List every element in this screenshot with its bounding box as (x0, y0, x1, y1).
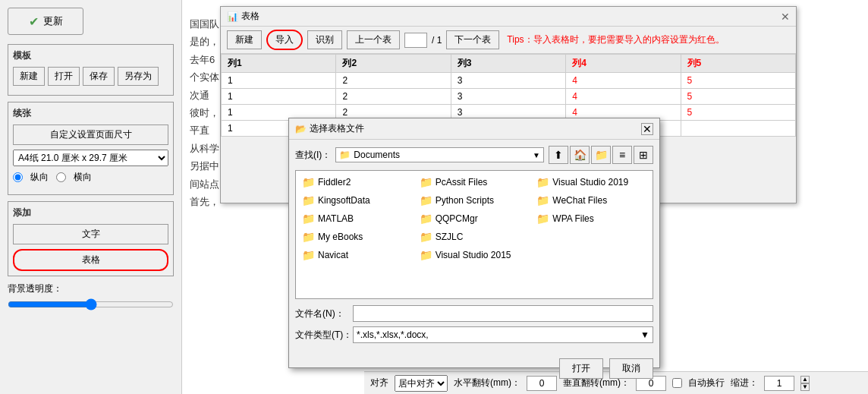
folder-name: Fiddler2 (318, 177, 351, 188)
table-title-text: 表格 (241, 10, 259, 23)
dialog-titlebar: 📂 选择表格文件 ✕ (289, 118, 659, 140)
folder-icon: 📁 (302, 176, 315, 188)
folder-icon: 📁 (536, 194, 549, 206)
col1-header: 列1 (222, 55, 336, 73)
list-item[interactable]: 📁 My eBooks (299, 229, 415, 245)
list-item[interactable]: 📁 MATLAB (299, 210, 415, 227)
nav-up-button[interactable]: ⬆ (549, 146, 568, 164)
filetype-combo[interactable]: *.xls,*.xlsx,*.docx, ▼ (353, 326, 653, 343)
combo-arrow-icon[interactable]: ▼ (533, 151, 540, 159)
autowrap-checkbox[interactable] (672, 378, 682, 388)
table-close-button[interactable]: ✕ (781, 11, 790, 23)
search-label: 查找(I)： (295, 149, 331, 162)
folder-icon: 📁 (302, 213, 315, 225)
table-new-button[interactable]: 新建 (227, 30, 262, 49)
update-label: 更新 (43, 14, 63, 28)
opacity-label: 背景透明度： (8, 282, 174, 295)
nav-list-button[interactable]: ≡ (612, 146, 632, 164)
folder-icon: 📁 (536, 176, 549, 188)
list-item[interactable] (533, 229, 649, 245)
dialog-cancel-button[interactable]: 取消 (609, 358, 653, 379)
table-next-button[interactable]: 下一个表 (446, 30, 499, 49)
list-item[interactable]: 📁 PcAssit Files (417, 174, 533, 191)
list-item[interactable]: 📁 Visual Studio 2015 (417, 247, 533, 263)
template-new-button[interactable]: 新建 (13, 67, 45, 86)
list-item[interactable]: 📁 Fiddler2 (299, 174, 415, 191)
text-line-4: 个实体 (190, 68, 219, 86)
list-item[interactable]: 📁 SZJLC (417, 229, 533, 245)
list-item[interactable]: 📁 Visual Studio 2019 (533, 174, 649, 191)
list-item[interactable]: 📁 WeChat Files (533, 192, 649, 209)
table-import-button[interactable]: 导入 (266, 30, 303, 50)
indent-input[interactable] (764, 376, 794, 391)
text-line-7: 平直 (190, 121, 219, 139)
indent-stepper: ▲ ▼ (800, 376, 810, 391)
indent-label: 缩进： (731, 377, 758, 389)
cell-1-2: 2 (336, 73, 451, 89)
page-size-select[interactable]: A4纸 21.0 厘米 x 29.7 厘米 (13, 150, 168, 166)
stretch-section: 续张 自定义设置页面尺寸 A4纸 21.0 厘米 x 29.7 厘米 纵向 横向 (8, 102, 174, 195)
dialog-footer: 打开 取消 (289, 354, 659, 383)
stepper-down-button[interactable]: ▼ (800, 383, 810, 391)
stepper-up-button[interactable]: ▲ (800, 376, 810, 383)
cell-1-1: 1 (222, 73, 336, 89)
template-saveas-button[interactable]: 另存为 (118, 67, 159, 86)
toolbar-icons: ⬆ 🏠 📁 ≡ ⊞ (549, 146, 653, 164)
text-line-3: 去年6 (190, 51, 219, 68)
filename-input[interactable] (353, 305, 653, 322)
search-row: 查找(I)： 📁 Documents ▼ ⬆ 🏠 📁 ≡ ⊞ (295, 146, 653, 164)
nav-home-button[interactable]: 🏠 (570, 146, 590, 164)
list-item[interactable]: 📁 QQPCMgr (417, 210, 533, 227)
table-page-total: / 1 (432, 35, 442, 46)
table-tips: Tips：导入表格时，要把需要导入的内容设置为红色。 (507, 33, 724, 46)
list-item[interactable]: 📁 WPA Files (533, 210, 649, 227)
folder-icon: 📁 (302, 249, 315, 261)
custom-page-button[interactable]: 自定义设置页面尺寸 (13, 125, 168, 145)
folder-icon: 📁 (420, 249, 432, 261)
folder-name: Visual Studio 2015 (436, 250, 511, 260)
folder-name: QQPCMgr (436, 213, 478, 224)
folder-icon: 📁 (420, 213, 432, 225)
folder-name: PcAssit Files (436, 177, 488, 188)
table-page-input[interactable] (404, 33, 427, 48)
dialog-open-button[interactable]: 打开 (559, 358, 603, 379)
filetype-row: 文件类型(T)： *.xls,*.xlsx,*.docx, ▼ (295, 326, 653, 343)
add-table-button[interactable]: 表格 (13, 249, 168, 271)
sidebar: ✔ 更新 模板 新建 打开 保存 另存为 续张 自定义设置页面尺寸 A4纸 21… (0, 0, 182, 394)
table-toolbar: 新建 导入 识别 上一个表 / 1 下一个表 Tips：导入表格时，要把需要导入… (221, 27, 796, 54)
cell-2-1: 1 (222, 89, 336, 105)
list-item[interactable]: 📁 Python Scripts (417, 192, 533, 209)
folder-name: KingsoftData (318, 195, 370, 206)
table-header-row: 列1 列2 列3 列4 列5 (222, 55, 796, 73)
text-line-5: 次通 (190, 87, 219, 104)
list-item[interactable]: 📁 KingsoftData (299, 192, 415, 209)
nav-folder-button[interactable]: 📁 (591, 146, 611, 164)
nav-detail-button[interactable]: ⊞ (634, 146, 653, 164)
template-save-button[interactable]: 保存 (83, 67, 115, 86)
template-open-button[interactable]: 打开 (48, 67, 80, 86)
opacity-slider[interactable] (8, 298, 174, 310)
update-button[interactable]: ✔ 更新 (8, 8, 83, 35)
filetype-value: *.xls,*.xlsx,*.docx, (357, 329, 429, 340)
add-text-button[interactable]: 文字 (13, 224, 168, 244)
landscape-radio[interactable] (56, 172, 66, 182)
table-prev-button[interactable]: 上一个表 (347, 30, 400, 49)
template-btn-row: 新建 打开 保存 另存为 (13, 67, 168, 86)
folder-name: MATLAB (318, 213, 354, 224)
table-row: 1 2 3 4 5 (222, 73, 796, 89)
search-combo[interactable]: 📁 Documents ▼ (335, 147, 544, 162)
portrait-label: 纵向 (30, 171, 49, 184)
list-item[interactable]: 📁 Navicat (299, 247, 415, 263)
dialog-body: 查找(I)： 📁 Documents ▼ ⬆ 🏠 📁 ≡ ⊞ (289, 140, 659, 354)
dialog-title-text: 选择表格文件 (310, 122, 364, 135)
dialog-close-button[interactable]: ✕ (641, 123, 653, 135)
table-identify-button[interactable]: 识别 (307, 30, 342, 49)
dialog-title: 📂 选择表格文件 (295, 122, 364, 135)
col4-header: 列4 (566, 55, 681, 73)
folder-name: SZJLC (436, 232, 464, 242)
portrait-radio[interactable] (13, 172, 23, 182)
template-section: 模板 新建 打开 保存 另存为 (8, 44, 174, 96)
cell-2-3: 3 (451, 89, 565, 105)
main-content: 国国队 是的， 去年6 个实体 次通 彼时， 平直 从科学 另据中 间站点 首先… (182, 0, 868, 394)
text-line-2: 是的， (190, 33, 219, 50)
